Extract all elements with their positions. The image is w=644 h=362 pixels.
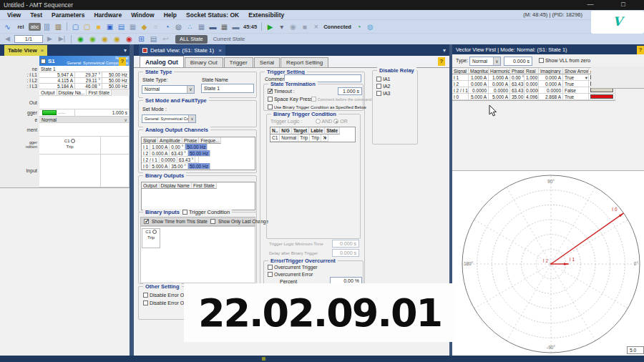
cell-magnitude[interactable]: 0.0000	[469, 87, 489, 94]
tab-table-view[interactable]: Table View×	[4, 45, 47, 56]
time-input[interactable]: 0.000 s	[504, 57, 532, 66]
cell-frequency[interactable]: 50.00 Hz	[188, 150, 210, 157]
cell-amplitude[interactable]: 5.000 A	[150, 163, 170, 170]
cell-target[interactable]: Trip	[298, 134, 310, 142]
cell-lable[interactable]: Trip	[310, 134, 321, 142]
cell-frequency[interactable]	[195, 157, 199, 163]
toolbar-icon[interactable]: ◆	[139, 21, 150, 32]
menu-item[interactable]: Window	[131, 10, 155, 20]
cell-show-arrow[interactable]: True ▾	[563, 74, 589, 81]
page-indicator[interactable]: 1/1	[14, 35, 43, 43]
cell-frequency[interactable]: 50.00 Hz	[102, 84, 130, 89]
toolbar-icon[interactable]: ▥	[53, 21, 64, 32]
state-name-value[interactable]: State 1	[39, 66, 130, 72]
current-state-button[interactable]: Current State	[213, 36, 245, 42]
cell-amplitude[interactable]: 1.000 A	[150, 144, 170, 150]
toolbar-icon[interactable]: ◎	[173, 21, 184, 32]
toolbar-icon[interactable]: Connected	[322, 21, 353, 32]
toolbar-icon[interactable]: ◉	[288, 21, 298, 32]
state-checkbox[interactable]	[41, 59, 46, 64]
cell-signal[interactable]: I 0	[452, 94, 469, 100]
menu-item[interactable]: Socket Status: OK	[186, 10, 239, 20]
cell-magnitude[interactable]: 0.000 A	[469, 81, 489, 87]
menu-item[interactable]: Extensibility	[248, 10, 284, 20]
cell-phase[interactable]: 63.43 °	[510, 81, 525, 87]
vector-help-button[interactable]: ?	[637, 46, 644, 54]
state-icon[interactable]: ◉	[99, 34, 110, 44]
cell-phase[interactable]: 46.08 °	[75, 84, 102, 89]
cell-signal[interactable]: I 2	[142, 150, 150, 157]
cell-signal[interactable]: I 0	[142, 163, 150, 170]
detail-tab[interactable]: Binary Out	[185, 57, 223, 67]
state-header[interactable]: S1 Normal General: Symmetrical Component…	[39, 56, 130, 66]
cell-show-arrow[interactable]: False	[563, 87, 589, 94]
trigger-timeout-value[interactable]: 1.000 s	[75, 109, 130, 117]
detail-tab[interactable]: Serial	[254, 57, 280, 67]
toolbar-icon[interactable]: ▦	[127, 21, 138, 32]
cell-signal[interactable]: I 1	[142, 144, 150, 150]
cell-real[interactable]: 4.096 A	[525, 94, 539, 100]
disable-error-overvoltage-checkbox[interactable]	[143, 300, 148, 305]
tab-detail-view[interactable]: Detail View: (S1: State 1)×	[139, 45, 225, 56]
comment-field[interactable]	[39, 123, 130, 137]
close-icon[interactable]: ×	[41, 47, 44, 54]
maximize-button[interactable]: □	[613, 0, 634, 9]
cell-frequency[interactable]: 50.00 Hz	[102, 78, 130, 84]
disable-error-other-checkbox[interactable]	[143, 293, 148, 298]
toolbar-icon[interactable]: ∴	[185, 21, 195, 32]
detail-tab[interactable]: Report Setting	[280, 57, 328, 67]
timeout-checkbox[interactable]	[268, 89, 273, 94]
cell-harmonic[interactable]: 0.0000	[489, 87, 510, 94]
toolbar-icon[interactable]: ∿	[2, 21, 13, 32]
type-dropdown[interactable]: Normal ∨	[469, 57, 501, 66]
state-header-row[interactable]: S1 Normal General: Symmetrical Component…	[0, 56, 130, 66]
cell-harmonic[interactable]: 1.000 A	[489, 74, 510, 81]
toolbar-icon[interactable]: rel	[14, 21, 28, 32]
menu-item[interactable]: Parameters	[52, 10, 84, 20]
toolbar-icon[interactable]: ▢	[82, 21, 92, 32]
toolbar-icon[interactable]	[67, 22, 67, 31]
cell-phase[interactable]: 0.00 °	[510, 74, 525, 81]
toolbar-icon[interactable]: ◔	[162, 21, 172, 32]
cell-magnitude[interactable]: 5.000 A	[469, 94, 489, 100]
toolbar-icon[interactable]: ◔	[353, 21, 364, 32]
cell-imaginary[interactable]: 0.000 A	[539, 81, 563, 87]
timeout-value[interactable]: 1.000 s	[338, 87, 362, 95]
cell-magnitude[interactable]: 1.000 A	[469, 74, 489, 81]
cell-frequency[interactable]: 50.00 Hz	[185, 144, 208, 150]
toolbar-icon[interactable]: ×	[311, 21, 321, 32]
cell-harmonic[interactable]: 5.000 A	[489, 94, 510, 100]
toolbar-icon[interactable]: ≈	[150, 21, 161, 32]
menu-item[interactable]: Help	[164, 10, 177, 20]
toolbar-icon[interactable]: ▬	[208, 21, 218, 32]
scale-value[interactable]: 5.0	[627, 346, 644, 354]
toolbar-icon[interactable]	[261, 22, 262, 31]
set-mode-dropdown[interactable]: General: Symmetrical Componen ∨	[142, 114, 196, 123]
relay-checkbox[interactable]	[376, 91, 381, 96]
all-state-button[interactable]: ALL State	[175, 35, 208, 44]
toolbar-icon[interactable]: ▢	[70, 21, 81, 32]
toolbar-icon[interactable]: ■	[299, 21, 310, 32]
cell-amplitude[interactable]: 5.184 A	[39, 84, 75, 89]
overcurrent-trigger-checkbox[interactable]	[268, 265, 273, 270]
state-icon[interactable]: ↩	[160, 34, 171, 44]
cell-imaginary[interactable]: 0.000 A	[539, 74, 563, 81]
state-icon[interactable]: ▤	[148, 34, 159, 44]
cell-phase[interactable]: 63.43 °	[177, 157, 196, 163]
cell-number[interactable]: C1	[270, 134, 280, 142]
cell-signal[interactable]: I 1	[452, 74, 469, 81]
menu-item[interactable]: Test	[30, 10, 42, 20]
toolbar-icon[interactable]: ■	[93, 21, 104, 32]
state-icon[interactable]: ◉	[112, 34, 122, 44]
state-icon[interactable]: ◉	[87, 34, 98, 44]
cell-amplitude[interactable]: 0.000 A	[150, 150, 170, 157]
toolbar-icon[interactable]: ▣	[104, 21, 115, 32]
detail-help-button[interactable]: ?	[438, 57, 445, 66]
cell-frequency[interactable]: 50.00 Hz	[188, 163, 210, 170]
cell-phase[interactable]: 35.00 °	[510, 94, 525, 100]
cell-phase[interactable]: 35.00 °	[170, 163, 188, 170]
type-dropdown[interactable]: Normal ∨	[39, 117, 130, 123]
condition-cell[interactable]: C1 Trip	[39, 137, 101, 155]
vll-checkbox[interactable]	[539, 58, 544, 63]
nav-first-icon[interactable]: ◀	[2, 34, 13, 44]
